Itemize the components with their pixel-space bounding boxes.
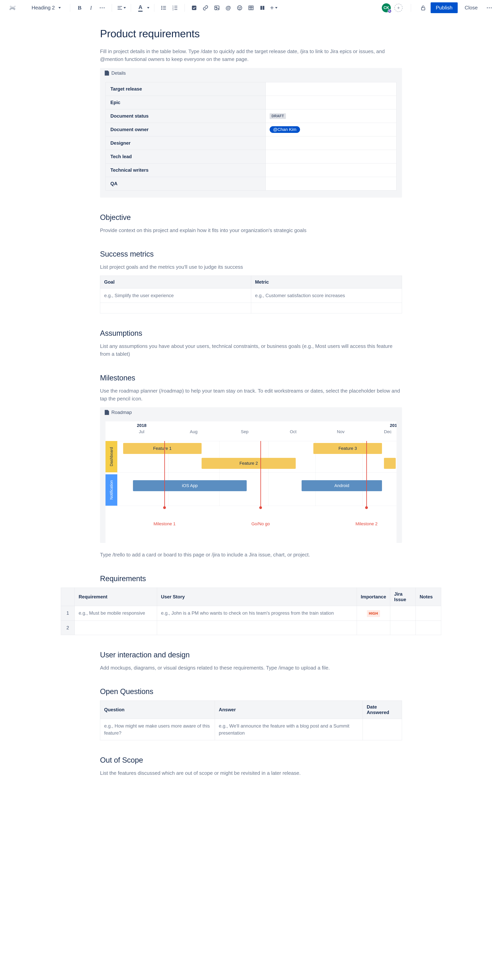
details-table[interactable]: Target release Epic Document status DRAF… xyxy=(105,82,397,191)
text-style-select[interactable]: Heading 2 xyxy=(30,3,65,12)
label[interactable]: Epic xyxy=(106,95,266,109)
feature-bar[interactable]: Feature 1 xyxy=(123,443,202,454)
more-formatting-button[interactable]: ··· xyxy=(98,3,107,13)
page-title[interactable]: Product requirements xyxy=(100,27,402,40)
align-button[interactable] xyxy=(117,3,126,13)
heading-objective[interactable]: Objective xyxy=(100,213,402,222)
user-avatar[interactable]: CK ✎ xyxy=(382,3,391,12)
value[interactable]: DRAFT xyxy=(266,109,396,123)
goal-cell[interactable]: e.g., Simplify the user experience xyxy=(100,288,251,303)
image-button[interactable] xyxy=(212,3,222,13)
number-list-button[interactable]: 123 xyxy=(171,3,180,13)
heading-milestones[interactable]: Milestones xyxy=(100,374,402,382)
user-mention[interactable]: @Chan Kim xyxy=(269,126,300,133)
col-importance[interactable]: Importance xyxy=(357,588,390,606)
heading-requirements[interactable]: Requirements xyxy=(100,574,402,583)
goal-cell[interactable] xyxy=(100,303,251,313)
value[interactable] xyxy=(266,163,396,177)
success-metrics-table[interactable]: Goal Metric e.g., Simplify the user expe… xyxy=(100,275,402,313)
jira-cell[interactable] xyxy=(390,606,416,620)
value[interactable] xyxy=(266,177,396,190)
requirements-table[interactable]: Requirement User Story Importance Jira I… xyxy=(61,588,441,635)
metric-cell[interactable] xyxy=(251,303,402,313)
story-cell[interactable] xyxy=(157,620,357,635)
req-cell[interactable] xyxy=(75,620,157,635)
open-questions-table[interactable]: Question Answer Date Answered e.g., How … xyxy=(100,700,402,740)
mention-button[interactable]: @ xyxy=(223,3,233,13)
col-story[interactable]: User Story xyxy=(157,588,357,606)
roadmap-chart[interactable]: 2018 2019 Jul Aug Sep Oct Nov Dec Dashbo… xyxy=(105,422,397,543)
text-color-button[interactable]: A xyxy=(136,3,145,13)
page-content[interactable]: Product requirements Fill in project det… xyxy=(100,27,402,777)
layouts-button[interactable] xyxy=(258,3,267,13)
label[interactable]: Tech lead xyxy=(106,150,266,163)
feature-bar[interactable]: Feature 2 xyxy=(202,458,296,469)
emoji-button[interactable] xyxy=(235,3,244,13)
milestones-body[interactable]: Use the roadmap planner (/roadmap) to he… xyxy=(100,387,402,403)
intro-text[interactable]: Fill in project details in the table bel… xyxy=(100,48,402,63)
table-button[interactable] xyxy=(246,3,256,13)
status-badge[interactable]: DRAFT xyxy=(269,113,286,119)
story-cell[interactable]: e.g., John is a PM who wants to check on… xyxy=(157,606,357,620)
question-cell[interactable]: e.g., How might we make users more aware… xyxy=(100,719,215,740)
label[interactable]: Designer xyxy=(106,136,266,150)
restrictions-button[interactable] xyxy=(419,4,427,12)
label[interactable]: Technical writers xyxy=(106,163,266,177)
confluence-logo-icon[interactable] xyxy=(8,3,17,13)
col-metric[interactable]: Metric xyxy=(251,276,402,288)
req-cell[interactable]: e.g., Must be mobile responsive xyxy=(75,606,157,620)
label[interactable]: Target release xyxy=(106,82,266,95)
bullet-list-button[interactable] xyxy=(159,3,169,13)
insert-more-button[interactable]: + xyxy=(269,3,279,13)
col-date[interactable]: Date Answered xyxy=(363,700,402,719)
importance-cell[interactable] xyxy=(357,620,390,635)
heading-uid[interactable]: User interaction and design xyxy=(100,651,402,659)
row-number[interactable]: 1 xyxy=(61,606,75,620)
value[interactable]: @Chan Kim xyxy=(266,123,396,136)
heading-open-questions[interactable]: Open Questions xyxy=(100,687,402,696)
label[interactable]: Document owner xyxy=(106,123,266,136)
value[interactable] xyxy=(266,95,396,109)
assumptions-body[interactable]: List any assumptions you have about your… xyxy=(100,342,402,358)
link-button[interactable] xyxy=(201,3,210,13)
col-goal[interactable]: Goal xyxy=(100,276,251,288)
col-notes[interactable]: Notes xyxy=(416,588,441,606)
jira-cell[interactable] xyxy=(390,620,416,635)
row-number[interactable]: 2 xyxy=(61,620,75,635)
col-answer[interactable]: Answer xyxy=(215,700,363,719)
importance-badge[interactable]: HIGH xyxy=(367,610,380,617)
action-item-button[interactable] xyxy=(190,3,199,13)
uid-body[interactable]: Add mockups, diagrams, or visual designs… xyxy=(100,664,402,672)
notes-cell[interactable] xyxy=(416,606,441,620)
details-macro[interactable]: Details Target release Epic Document sta… xyxy=(100,68,402,197)
label[interactable]: Document status xyxy=(106,109,266,123)
feature-bar[interactable]: iOS App xyxy=(133,480,247,491)
answer-cell[interactable]: e.g., We'll announce the feature with a … xyxy=(215,719,363,740)
italic-button[interactable]: I xyxy=(86,3,96,13)
scope-body[interactable]: List the features discussed which are ou… xyxy=(100,769,402,777)
col-question[interactable]: Question xyxy=(100,700,215,719)
value[interactable] xyxy=(266,82,396,95)
col-num[interactable] xyxy=(61,588,75,606)
notes-cell[interactable] xyxy=(416,620,441,635)
value[interactable] xyxy=(266,150,396,163)
col-req[interactable]: Requirement xyxy=(75,588,157,606)
close-button[interactable]: Close xyxy=(461,2,481,13)
label[interactable]: QA xyxy=(106,177,266,190)
feature-bar[interactable] xyxy=(384,458,396,469)
page-more-button[interactable]: ··· xyxy=(485,3,494,13)
success-body[interactable]: List project goals and the metrics you'l… xyxy=(100,263,402,271)
importance-cell[interactable]: HIGH xyxy=(357,606,390,620)
bold-button[interactable]: B xyxy=(75,3,84,13)
publish-button[interactable]: Publish xyxy=(430,2,457,13)
metric-cell[interactable]: e.g., Customer satisfaction score increa… xyxy=(251,288,402,303)
roadmap-macro[interactable]: Roadmap 2018 2019 Jul Aug Sep Oct Nov De… xyxy=(100,407,402,543)
feature-bar[interactable]: Android xyxy=(301,480,382,491)
heading-assumptions[interactable]: Assumptions xyxy=(100,329,402,337)
add-collaborator-button[interactable]: + xyxy=(394,4,403,12)
feature-bar[interactable]: Feature 3 xyxy=(313,443,382,454)
heading-scope[interactable]: Out of Scope xyxy=(100,756,402,764)
heading-success-metrics[interactable]: Success metrics xyxy=(100,250,402,258)
milestones-footer[interactable]: Type /trello to add a card or board to t… xyxy=(100,551,402,558)
value[interactable] xyxy=(266,136,396,150)
